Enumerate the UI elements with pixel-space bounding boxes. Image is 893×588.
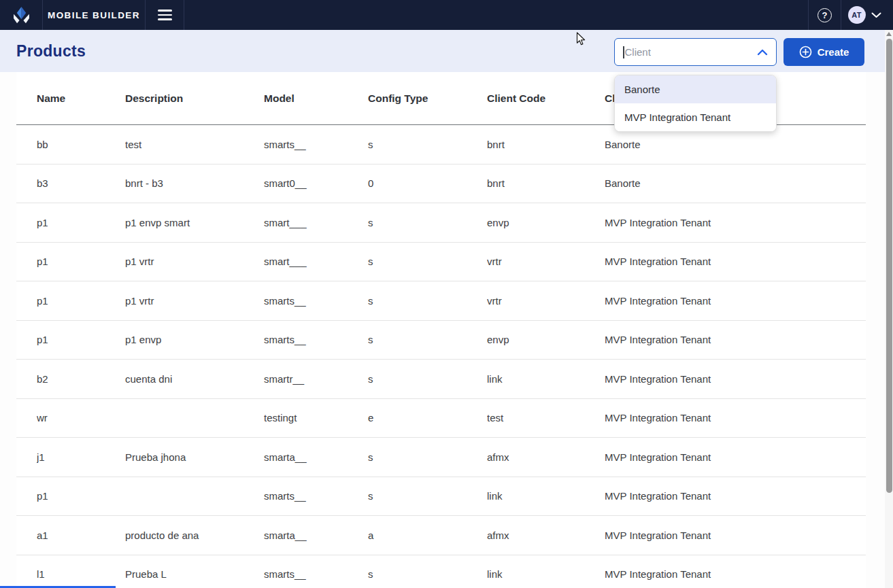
table-cell: a (368, 530, 487, 541)
table-row[interactable]: wrtestingtetestMVP Integration Tenant (16, 399, 866, 438)
table-cell: test (125, 139, 264, 150)
table-cell: s (368, 490, 487, 502)
table-cell: bb (37, 139, 125, 150)
table-cell: smart___ (264, 256, 368, 267)
table-cell: s (368, 139, 487, 150)
table-cell: smarts__ (264, 568, 368, 580)
table-cell: p1 vrtr (125, 256, 264, 267)
avatar: AT (848, 6, 866, 24)
client-filter-select[interactable]: Client (614, 38, 777, 66)
table-cell: envp (487, 334, 605, 345)
table-cell: smarta__ (264, 451, 368, 463)
table-cell: MVP Integration Tenant (605, 295, 866, 307)
table-cell: s (368, 334, 487, 345)
table-row[interactable]: j1Prueba jhonasmarta__safmxMVP Integrati… (16, 438, 866, 477)
table-cell: MVP Integration Tenant (605, 334, 866, 345)
chevron-up-icon (757, 49, 768, 56)
table-cell: s (368, 256, 487, 267)
table-cell: bnrt - b3 (125, 177, 264, 189)
table-cell: link (487, 490, 605, 502)
table-row[interactable]: l1Prueba Lsmarts__slinkMVP Integration T… (16, 555, 866, 588)
table-cell: MVP Integration Tenant (605, 373, 866, 385)
column-header-config-type: Config Type (368, 92, 487, 105)
client-filter-placeholder: Client (625, 46, 651, 58)
table-cell: testingt (264, 412, 368, 423)
table-cell: e (368, 412, 487, 423)
plus-circle-icon (799, 46, 812, 58)
table-cell: p1 (37, 334, 125, 345)
hamburger-icon (158, 10, 172, 20)
table-cell: s (368, 373, 487, 385)
table-row[interactable]: p1p1 vrtrsmarts__svrtrMVP Integration Te… (16, 281, 866, 321)
table-cell: bnrt (487, 177, 605, 189)
table-cell: wr (37, 412, 125, 423)
table-row[interactable]: p1p1 envpsmarts__senvpMVP Integration Te… (16, 321, 866, 360)
column-header-model: Model (264, 92, 368, 105)
column-header-name: Name (37, 92, 125, 105)
table-cell: vrtr (487, 295, 605, 307)
table-cell: Banorte (605, 177, 866, 189)
table-cell: p1 (37, 217, 125, 228)
table-cell: MVP Integration Tenant (605, 256, 866, 267)
client-dropdown-menu: BanorteMVP Integration Tenant (614, 75, 777, 132)
table-cell: afmx (487, 451, 605, 463)
table-cell: smart___ (264, 217, 368, 228)
table-cell: smart0__ (264, 177, 368, 189)
table-cell: Prueba jhona (125, 451, 264, 463)
table-cell: p1 envp (125, 334, 264, 345)
table-cell: p1 vrtr (125, 295, 264, 307)
logo-icon (12, 6, 31, 24)
table-cell: MVP Integration Tenant (605, 217, 866, 228)
table-cell: Prueba L (125, 568, 264, 580)
table-cell: 0 (368, 177, 487, 189)
table-cell: smarts__ (264, 334, 368, 345)
table-cell: smarta__ (264, 530, 368, 541)
table-row[interactable]: b3bnrt - b3smart0__0bnrtBanorte (16, 165, 866, 204)
dropdown-option[interactable]: MVP Integration Tenant (615, 103, 776, 131)
column-header-description: Description (125, 92, 264, 105)
table-cell: link (487, 373, 605, 385)
top-nav: MOBILE BUILDER ? AT (0, 0, 893, 30)
table-cell: test (487, 412, 605, 423)
table-cell: p1 (37, 256, 125, 267)
app-logo[interactable] (0, 0, 42, 30)
text-caret (623, 46, 624, 58)
vertical-scrollbar[interactable] (885, 30, 893, 588)
table-cell: smarts__ (264, 295, 368, 307)
hamburger-menu-button[interactable] (146, 0, 184, 30)
table-cell: p1 (37, 490, 125, 502)
table-row[interactable]: p1p1 envp smartsmart___senvpMVP Integrat… (16, 203, 866, 243)
table-cell: l1 (37, 568, 125, 580)
table-cell: MVP Integration Tenant (605, 568, 866, 580)
table-cell: MVP Integration Tenant (605, 451, 866, 463)
table-cell: envp (487, 217, 605, 228)
create-button[interactable]: Create (784, 38, 864, 66)
app-title: MOBILE BUILDER (48, 10, 140, 20)
table-cell: b2 (37, 373, 125, 385)
dropdown-option[interactable]: Banorte (615, 75, 776, 103)
table-cell: producto de ana (125, 530, 264, 541)
vertical-scrollbar-thumb[interactable] (886, 39, 892, 493)
table-cell: smarts__ (264, 490, 368, 502)
table-row[interactable]: p1p1 vrtrsmart___svrtrMVP Integration Te… (16, 243, 866, 282)
table-cell: a1 (37, 530, 125, 541)
table-cell: s (368, 451, 487, 463)
table-cell: b3 (37, 177, 125, 189)
page-title: Products (16, 42, 86, 60)
account-menu[interactable]: AT (841, 0, 893, 30)
table-cell: s (368, 295, 487, 307)
table-cell: vrtr (487, 256, 605, 267)
chevron-down-icon (871, 12, 881, 18)
table-cell: afmx (487, 530, 605, 541)
table-row[interactable]: p1smarts__slinkMVP Integration Tenant (16, 477, 866, 517)
table-body: bbtestsmarts__sbnrtBanorteb3bnrt - b3sma… (16, 125, 866, 588)
table-cell: j1 (37, 451, 125, 463)
table-row[interactable]: b2cuenta dnismartr__slinkMVP Integration… (16, 360, 866, 399)
table-row[interactable]: a1producto de anasmarta__aafmxMVP Integr… (16, 516, 866, 555)
help-button[interactable]: ? (809, 0, 841, 30)
create-button-label: Create (818, 46, 849, 58)
column-header-client-code: Client Code (487, 92, 605, 105)
help-icon: ? (818, 8, 832, 22)
scroll-up-arrow-icon[interactable] (886, 32, 892, 36)
table-cell: smarts__ (264, 139, 368, 150)
